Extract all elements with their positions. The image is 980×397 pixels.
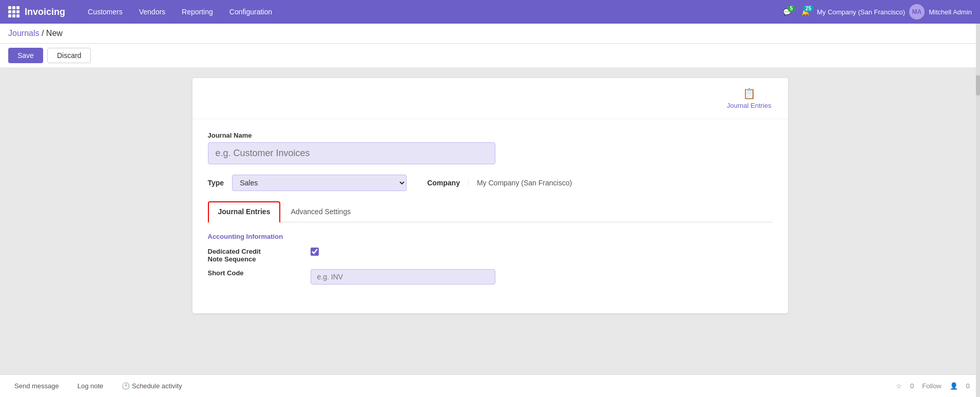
discard-button[interactable]: Discard: [47, 48, 91, 63]
messages-badge: 5: [787, 5, 796, 12]
type-field: Type Sales Purchase Cash Bank Miscellane…: [208, 175, 407, 191]
app-name: Invoicing: [25, 7, 65, 17]
nav-configuration[interactable]: Configuration: [222, 5, 279, 19]
chatter-bar: Send message Log note 🕐 Schedule activit…: [0, 374, 980, 397]
followers-count: 0: [966, 382, 970, 390]
journal-entries-smart-label: Journal Entries: [727, 102, 772, 109]
short-code-row: Short Code: [208, 269, 773, 285]
company-value: My Company (San Francisco): [468, 179, 572, 187]
followers-icon: 👤: [950, 382, 958, 390]
company-name: My Company (San Francisco): [817, 8, 905, 16]
updates-badge: 25: [803, 5, 814, 12]
tabs-row: Journal Entries Advanced Settings: [208, 201, 773, 222]
scrollbar[interactable]: [976, 24, 980, 397]
updates-icon[interactable]: 🔔 25: [801, 8, 810, 16]
tab-advanced-settings[interactable]: Advanced Settings: [280, 201, 361, 222]
nav-menu: Customers Vendors Reporting Configuratio…: [81, 5, 783, 19]
nav-customers[interactable]: Customers: [81, 5, 130, 19]
navbar: Invoicing Customers Vendors Reporting Co…: [0, 0, 980, 24]
action-bar: Save Discard: [0, 44, 980, 68]
breadcrumb-parent[interactable]: Journals: [8, 29, 39, 37]
type-company-row: Type Sales Purchase Cash Bank Miscellane…: [208, 175, 773, 191]
dedicated-credit-label: Dedicated Credit Note Sequence: [208, 248, 300, 263]
type-select[interactable]: Sales Purchase Cash Bank Miscellaneous: [232, 175, 407, 191]
nav-reporting[interactable]: Reporting: [175, 5, 220, 19]
accounting-section-title: Accounting Information: [208, 233, 773, 240]
log-note-button[interactable]: Log note: [73, 380, 108, 392]
stars-icon: ☆: [896, 382, 902, 390]
short-code-label: Short Code: [208, 269, 300, 277]
navbar-right: 💬 5 🔔 25 My Company (San Francisco) MA M…: [783, 4, 972, 20]
grid-icon: [8, 6, 20, 17]
user-name: Mitchell Admin: [929, 8, 972, 16]
journal-name-group: Journal Name: [208, 131, 773, 164]
journal-entries-smart-btn[interactable]: 📋 Journal Entries: [721, 84, 778, 112]
company-label: Company: [427, 179, 460, 187]
journal-entries-icon: 📋: [743, 87, 756, 100]
dedicated-credit-row: Dedicated Credit Note Sequence: [208, 248, 773, 263]
smart-buttons-row: 📋 Journal Entries: [193, 78, 788, 119]
tab-journal-entries[interactable]: Journal Entries: [208, 201, 281, 223]
breadcrumb-separator: /: [42, 29, 46, 37]
company-field: Company My Company (San Francisco): [427, 179, 572, 187]
activity-icon: 🕐: [122, 382, 132, 390]
stars-count: 0: [910, 382, 914, 390]
avatar: MA: [909, 4, 925, 20]
type-label: Type: [208, 179, 224, 187]
form-body: Journal Name Type Sales Purchase Cash Ba…: [193, 119, 788, 313]
save-button[interactable]: Save: [8, 48, 43, 63]
breadcrumb-current: New: [46, 29, 63, 37]
app-brand[interactable]: Invoicing: [8, 6, 65, 17]
tab-content-journal-entries: Accounting Information Dedicated Credit …: [208, 233, 773, 301]
messages-icon[interactable]: 💬 5: [783, 8, 791, 16]
user-info[interactable]: My Company (San Francisco) MA Mitchell A…: [817, 4, 972, 20]
chatter-right: ☆ 0 Follow 👤 0: [896, 382, 970, 390]
send-message-button[interactable]: Send message: [10, 380, 63, 392]
scroll-thumb[interactable]: [976, 75, 980, 96]
form-card: 📋 Journal Entries Journal Name Type Sale…: [193, 78, 788, 313]
schedule-activity-button[interactable]: 🕐 Schedule activity: [118, 380, 186, 392]
nav-vendors[interactable]: Vendors: [132, 5, 172, 19]
breadcrumb: Journals / New: [0, 24, 980, 44]
follow-button[interactable]: Follow: [922, 382, 941, 390]
journal-name-input[interactable]: [208, 142, 495, 164]
page-content: 📋 Journal Entries Journal Name Type Sale…: [0, 68, 980, 397]
dedicated-credit-checkbox[interactable]: [311, 248, 319, 256]
journal-name-label: Journal Name: [208, 131, 773, 139]
short-code-input[interactable]: [311, 269, 495, 285]
